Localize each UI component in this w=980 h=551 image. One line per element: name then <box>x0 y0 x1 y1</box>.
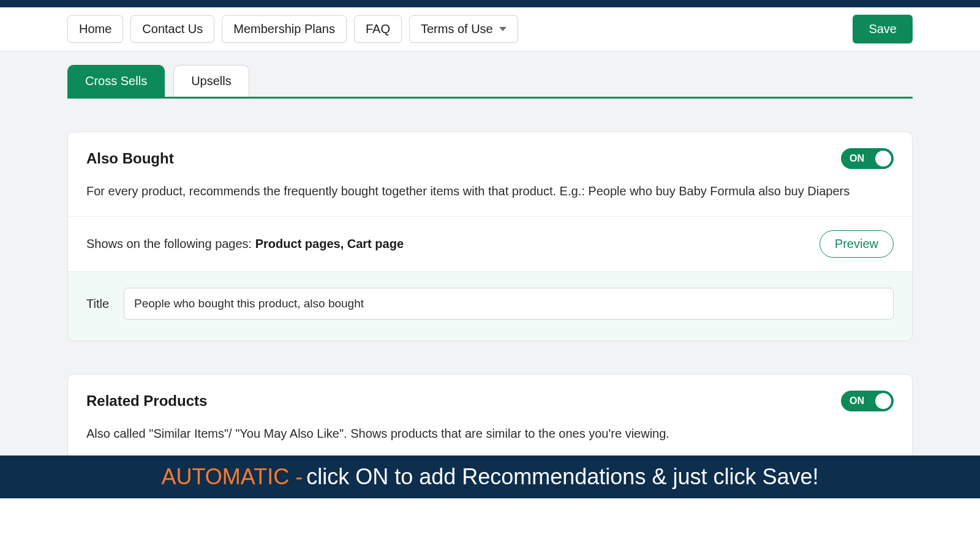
save-button[interactable]: Save <box>853 15 913 43</box>
chevron-down-icon <box>499 27 507 31</box>
nav-home[interactable]: Home <box>67 15 123 43</box>
header-nav: Home Contact Us Membership Plans FAQ Ter… <box>0 7 980 51</box>
tab-cross-sells[interactable]: Cross Sells <box>67 65 165 97</box>
toggle-related-products[interactable]: ON <box>841 391 894 411</box>
toggle-label: ON <box>850 395 864 407</box>
card-also-bought: Also Bought ON For every product, recomm… <box>67 132 913 341</box>
nav-contact-us[interactable]: Contact Us <box>130 15 214 43</box>
card-title: Also Bought <box>86 150 174 167</box>
title-input[interactable] <box>124 288 894 320</box>
toggle-knob <box>875 393 891 409</box>
card-title-row: Title <box>68 271 912 340</box>
toggle-label: ON <box>850 153 864 164</box>
banner-highlight: AUTOMATIC - <box>161 464 303 490</box>
title-field-label: Title <box>86 297 109 311</box>
content-area: Cross Sells Upsells Also Bought ON For e… <box>0 65 980 514</box>
nav-terms-label: Terms of Use <box>421 22 493 36</box>
tab-upsells[interactable]: Upsells <box>173 65 249 97</box>
pages-value: Product pages, Cart page <box>255 237 404 250</box>
pages-prefix: Shows on the following pages: <box>86 237 255 250</box>
pages-text: Shows on the following pages: Product pa… <box>86 237 404 251</box>
top-bar <box>0 0 980 7</box>
bottom-bar <box>0 498 980 551</box>
card-head: Also Bought ON <box>68 132 912 182</box>
banner-text: click ON to add Recommendations & just c… <box>306 464 818 490</box>
nav-membership-plans[interactable]: Membership Plans <box>222 15 347 43</box>
card-description: Also called "Similar Items"/ "You May Al… <box>68 425 912 459</box>
nav-faq[interactable]: FAQ <box>354 15 402 43</box>
toggle-knob <box>875 151 891 167</box>
card-head: Related Products ON <box>68 375 912 425</box>
card-pages-row: Shows on the following pages: Product pa… <box>68 216 912 271</box>
promo-banner: AUTOMATIC - click ON to add Recommendati… <box>0 455 980 498</box>
preview-button[interactable]: Preview <box>820 230 894 258</box>
toggle-also-bought[interactable]: ON <box>841 148 894 169</box>
tabs: Cross Sells Upsells <box>67 65 913 99</box>
card-title: Related Products <box>86 392 207 410</box>
card-description: For every product, recommends the freque… <box>68 182 912 216</box>
nav-terms-of-use[interactable]: Terms of Use <box>409 15 518 43</box>
